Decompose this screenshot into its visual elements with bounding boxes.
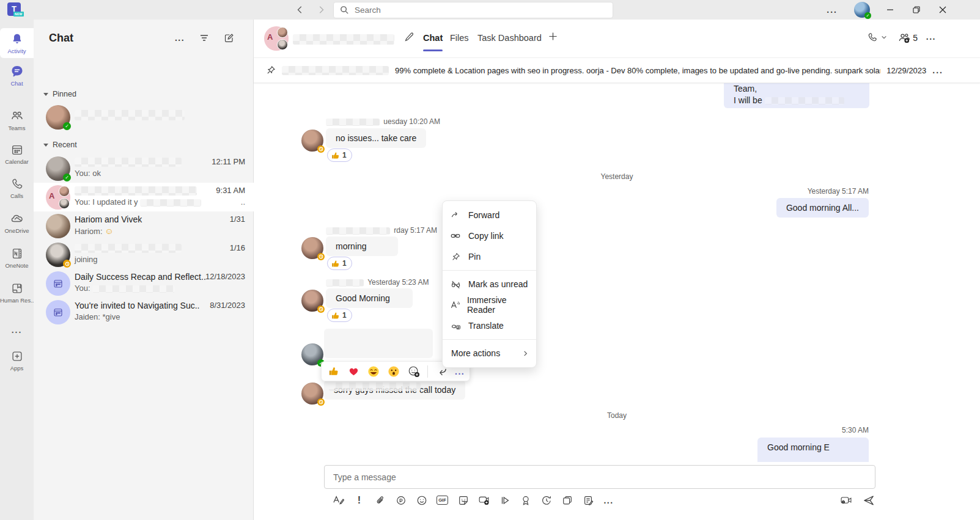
redacted-name xyxy=(75,244,182,253)
user-avatar[interactable]: ✓ xyxy=(854,2,870,18)
presence-away-badge xyxy=(63,260,71,268)
loop-icon[interactable] xyxy=(394,494,407,507)
chat-options-icon[interactable]: ... xyxy=(172,31,187,45)
menu-item-mark-as-unread[interactable]: Mark as unread xyxy=(443,274,536,295)
add-people-button[interactable]: 5 xyxy=(897,32,918,44)
group-avatar[interactable]: A xyxy=(264,26,289,51)
avatar xyxy=(46,243,70,267)
message-bubble-sent-partial[interactable]: Good morning E xyxy=(757,438,869,462)
avatar[interactable] xyxy=(301,237,323,259)
add-reaction-icon[interactable] xyxy=(407,365,421,378)
compose-more-icon[interactable]: ... xyxy=(602,494,615,507)
message-bubble[interactable]: no issues... take care xyxy=(326,128,426,148)
more-options-icon[interactable]: ... xyxy=(926,32,936,42)
minimize-button[interactable] xyxy=(881,2,899,17)
rename-pencil-icon[interactable] xyxy=(404,32,414,42)
gif-icon[interactable]: GIF xyxy=(436,494,449,507)
add-tab-icon[interactable] xyxy=(548,32,558,41)
avatar[interactable] xyxy=(301,290,323,312)
rail-item-apps[interactable]: Apps xyxy=(0,348,34,372)
message-bubble[interactable]: Good Morning xyxy=(326,288,413,308)
rail-item-activity[interactable]: Activity xyxy=(0,28,34,58)
chat-preview: You: xyxy=(75,284,175,293)
rail-item-teams[interactable]: Teams xyxy=(0,108,34,131)
menu-item-translate[interactable]: Translate xyxy=(443,315,536,336)
forward-icon[interactable] xyxy=(314,3,328,16)
menu-item-pin[interactable]: Pin xyxy=(443,246,536,267)
search-input[interactable] xyxy=(355,5,606,15)
message-bubble-sent-partial[interactable]: Team, I will be xyxy=(724,83,869,108)
tab-files[interactable]: Files xyxy=(450,33,469,43)
rail-item-label: OneDrive xyxy=(0,227,34,234)
tab-task-dashboard[interactable]: Task Dashboard xyxy=(477,33,542,43)
thumbs-up-reaction[interactable]: 1 xyxy=(327,257,352,270)
chat-list-item[interactable]: Daily Success Recap and Reflect... 12/18… xyxy=(34,269,254,298)
attach-icon[interactable] xyxy=(374,494,386,507)
menu-item-more-actions[interactable]: More actions xyxy=(443,343,536,364)
avatar[interactable]: ✓ xyxy=(301,343,323,365)
chat-list-item[interactable]: Hariom and Vivek 1/31 Hariom: ☺ xyxy=(34,211,254,240)
video-clip-icon[interactable] xyxy=(477,494,490,507)
heart-reaction-icon[interactable] xyxy=(347,365,360,378)
settings-more-icon[interactable]: ... xyxy=(827,5,838,15)
chat-list-item[interactable]: 1/16 joining xyxy=(34,240,254,269)
avatar[interactable] xyxy=(301,130,323,152)
chat-list-item-selected[interactable]: A 9:31 AM You: I updated it y .. xyxy=(34,183,254,211)
menu-item-immersive-reader[interactable]: Immersive Reader xyxy=(443,295,536,315)
message-input[interactable] xyxy=(324,465,875,489)
thumbs-up-reaction[interactable]: 1 xyxy=(327,148,352,162)
avatar[interactable] xyxy=(301,383,323,405)
redacted-message-bubble[interactable] xyxy=(324,329,433,358)
presence-available-badge: ✓ xyxy=(864,12,871,19)
recent-section-header[interactable]: Recent xyxy=(43,141,77,149)
rail-item-human-resources[interactable]: Human Res... xyxy=(0,280,34,304)
message-bubble-sent[interactable]: Good morning All... xyxy=(776,198,869,218)
chat-list-item[interactable]: You're invited to Navigating Suc... 8/31… xyxy=(34,298,254,326)
surprised-reaction-icon[interactable] xyxy=(387,365,400,378)
banner-more-icon[interactable]: ... xyxy=(932,65,968,75)
pinned-message-banner[interactable]: 99% complete & Location pages with seo i… xyxy=(254,58,980,83)
stream-icon[interactable] xyxy=(498,494,511,507)
thumbs-up-icon xyxy=(331,151,340,160)
laugh-reaction-icon[interactable] xyxy=(367,365,380,378)
message-bubble[interactable]: morning xyxy=(326,236,398,256)
filter-icon[interactable] xyxy=(197,31,212,45)
back-icon[interactable] xyxy=(293,3,307,16)
video-message-icon[interactable] xyxy=(839,494,852,507)
presence-away-badge xyxy=(317,306,325,313)
rail-item-onenote[interactable]: OneNote xyxy=(0,246,34,269)
rail-item-label: Chat xyxy=(0,80,34,87)
format-icon[interactable] xyxy=(332,494,345,507)
send-icon[interactable] xyxy=(862,494,875,507)
menu-item-copy-link[interactable]: Copy link xyxy=(443,225,536,246)
rail-item-calls[interactable]: Calls xyxy=(0,176,34,199)
chat-list-item[interactable]: ✓ 12:11 PM You: ok xyxy=(34,154,254,183)
rail-item-calendar[interactable]: Calendar xyxy=(0,142,34,165)
thumbs-up-reaction[interactable]: 1 xyxy=(327,309,352,322)
rail-item-label: Activity xyxy=(0,48,34,54)
rail-more-apps-icon[interactable]: ... xyxy=(0,322,34,338)
rail-item-chat[interactable]: Chat xyxy=(0,64,34,87)
new-chat-icon[interactable] xyxy=(221,31,236,45)
praise-icon[interactable] xyxy=(519,494,532,507)
apps-copy-icon[interactable] xyxy=(561,494,573,507)
schedule-send-icon[interactable] xyxy=(540,494,553,507)
call-button[interactable] xyxy=(867,32,887,43)
pinned-section-header[interactable]: Pinned xyxy=(43,90,76,98)
chevron-down-icon xyxy=(43,144,48,147)
restore-button[interactable] xyxy=(907,2,926,17)
notes-icon[interactable] xyxy=(581,494,594,507)
menu-item-forward[interactable]: Forward xyxy=(443,205,536,225)
close-button[interactable] xyxy=(934,2,952,17)
emoji-icon[interactable] xyxy=(415,494,428,507)
rail-item-onedrive[interactable]: OneDrive xyxy=(0,211,34,234)
tab-chat[interactable]: Chat xyxy=(423,33,443,43)
search-box[interactable] xyxy=(333,2,613,18)
thumbs-up-reaction-icon[interactable] xyxy=(326,365,340,378)
avatar xyxy=(46,214,70,238)
pinned-chat-item[interactable]: ✓ xyxy=(34,103,254,131)
priority-icon[interactable]: ! xyxy=(353,494,366,507)
message-bubble[interactable]: sorry guys missed the call today xyxy=(324,380,465,400)
menu-divider xyxy=(443,270,536,271)
sticker-icon[interactable] xyxy=(457,494,470,507)
